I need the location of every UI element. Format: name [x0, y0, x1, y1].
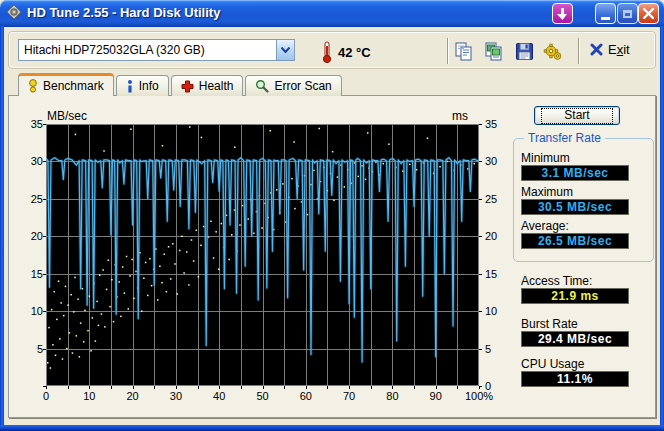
- copy-icon: [455, 42, 474, 61]
- benchmark-panel: MB/sec ms 3530252015105 35302520151050 0…: [8, 95, 656, 418]
- minimum-value: 3.1 MB/sec: [521, 165, 629, 181]
- average-value: 26.5 MB/sec: [521, 233, 629, 249]
- lightbulb-icon: [28, 79, 38, 93]
- exit-label: Exit: [608, 42, 630, 57]
- app-icon: [6, 4, 22, 20]
- access-time-label: Access Time:: [521, 274, 592, 288]
- minimize-icon: [601, 17, 610, 20]
- options-button[interactable]: [541, 40, 564, 63]
- thermometer-icon: [322, 41, 332, 63]
- gears-icon: [543, 42, 563, 62]
- download-arrow-button[interactable]: [552, 3, 573, 24]
- average-label: Average:: [521, 219, 569, 233]
- titlebar[interactable]: HD Tune 2.55 - Hard Disk Utility: [0, 0, 664, 27]
- access-time-value: 21.9 ms: [521, 288, 629, 304]
- chevron-down-icon[interactable]: [276, 40, 294, 60]
- copy-image-button[interactable]: [483, 40, 506, 63]
- exit-x-icon: [590, 43, 603, 56]
- start-button[interactable]: Start: [534, 106, 620, 125]
- tab-info[interactable]: Info: [116, 75, 169, 96]
- save-button[interactable]: [513, 40, 536, 63]
- magnifier-icon: [255, 79, 269, 93]
- red-cross-icon: [181, 80, 194, 93]
- exit-button[interactable]: Exit: [590, 42, 630, 57]
- down-arrow-icon: [557, 8, 568, 20]
- tab-strip: Benchmark Info Health Error Scan: [18, 73, 344, 96]
- toolbar-separator-2: [578, 38, 580, 64]
- maximum-value: 30.5 MB/sec: [521, 199, 629, 215]
- close-button[interactable]: [638, 3, 659, 24]
- benchmark-chart-canvas: [46, 124, 479, 386]
- start-button-label: Start: [541, 108, 612, 124]
- temperature-value: 42 °C: [338, 45, 371, 60]
- copy-text-button[interactable]: [453, 40, 476, 63]
- burst-rate-value: 29.4 MB/sec: [521, 331, 629, 347]
- benchmark-graph: [46, 124, 479, 386]
- tab-error-scan[interactable]: Error Scan: [245, 75, 341, 96]
- cpu-usage-label: CPU Usage: [521, 357, 584, 371]
- transfer-rate-title: Transfer Rate: [524, 131, 605, 145]
- floppy-disk-icon: [515, 42, 534, 61]
- y-axis-label-left: MB/sec: [47, 109, 87, 123]
- hd-tune-window: HD Tune 2.55 - Hard Disk Utility Hitachi…: [0, 0, 664, 431]
- window-border-left: [0, 26, 4, 431]
- info-i-icon: [126, 80, 134, 93]
- drive-select-value: Hitachi HDP725032GLA (320 GB): [19, 43, 276, 57]
- drive-select-dropdown[interactable]: Hitachi HDP725032GLA (320 GB): [18, 39, 295, 61]
- burst-rate-label: Burst Rate: [521, 317, 578, 331]
- minimize-button[interactable]: [595, 3, 616, 24]
- tab-benchmark[interactable]: Benchmark: [18, 73, 114, 96]
- cpu-usage-value: 11.1%: [521, 371, 629, 387]
- copy-image-icon: [485, 42, 504, 61]
- y-axis-label-right: ms: [432, 109, 468, 123]
- window-border-right: [660, 26, 664, 431]
- tab-health[interactable]: Health: [171, 75, 244, 96]
- close-icon: [643, 8, 654, 19]
- minimum-label: Minimum: [521, 151, 570, 165]
- maximize-icon: [623, 10, 632, 18]
- window-title: HD Tune 2.55 - Hard Disk Utility: [27, 5, 220, 20]
- maximize-button[interactable]: [617, 3, 638, 24]
- maximum-label: Maximum: [521, 185, 573, 199]
- window-border-bottom: [0, 425, 664, 431]
- toolbar-separator: [447, 38, 449, 64]
